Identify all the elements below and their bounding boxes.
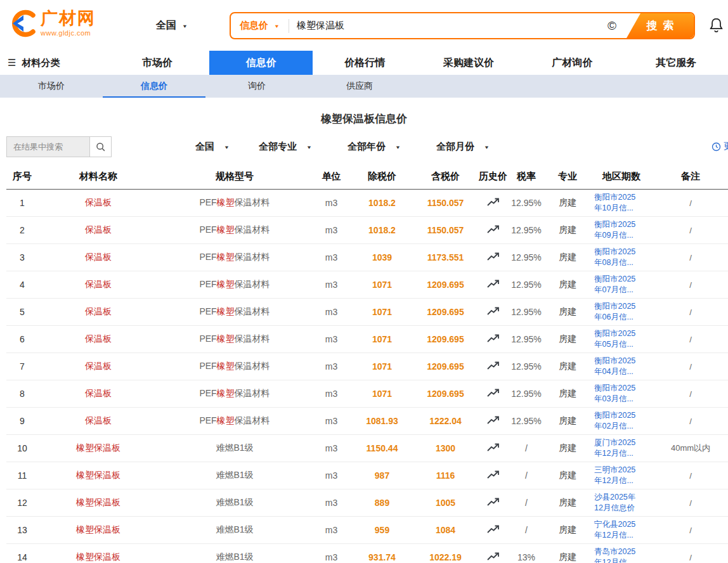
region-period-link[interactable]: 青岛市2025年12月信...	[590, 547, 653, 563]
region-period-link[interactable]: 衡阳市2025年09月信...	[590, 219, 653, 241]
trend-up-icon	[487, 280, 500, 288]
region-period-link[interactable]: 沙县2025年12月信息价	[590, 492, 653, 514]
history-price-button[interactable]	[479, 280, 507, 290]
material-name-link[interactable]: 保温板	[38, 252, 159, 263]
site-logo[interactable]: 广材网 www.gldjc.com	[6, 9, 96, 38]
history-price-button[interactable]	[479, 198, 507, 208]
search-category-label: 信息价	[240, 20, 268, 32]
sub-nav: 市场价 信息价 询价 供应商	[0, 75, 728, 98]
region-period-link[interactable]: 衡阳市2025年04月信...	[590, 356, 653, 377]
region-period-link[interactable]: 厦门市2025年12月信...	[590, 437, 653, 459]
material-name-link[interactable]: 橡塑保温板	[38, 443, 159, 454]
price-inctax-cell: 1209.695	[412, 361, 479, 372]
material-category-menu[interactable]: ☰ 材料分类	[0, 51, 105, 75]
region-period-link[interactable]: 衡阳市2025年03月信...	[590, 383, 653, 404]
major-cell: 房建	[545, 197, 590, 209]
nav-item-purchase-suggestion[interactable]: 采购建议价	[417, 51, 521, 75]
brand-name: 广材网	[41, 10, 96, 27]
trend-up-icon	[487, 498, 500, 506]
region-period-link[interactable]: 三明市2025年12月信...	[590, 465, 653, 486]
nav-item-gc-inquiry[interactable]: 广材询价	[521, 51, 625, 75]
price-inctax-cell: 1150.057	[412, 198, 479, 208]
region-period-link[interactable]: 衡阳市2025年02月信...	[590, 410, 653, 432]
table-row: 10 橡塑保温板 难燃B1级 m3 1150.44 1300 / 房建 厦门市2…	[6, 435, 728, 462]
col-spec: 规格型号	[159, 171, 311, 183]
material-name-link[interactable]: 保温板	[38, 333, 159, 345]
nav-item-info-price[interactable]: 信息价	[209, 51, 313, 75]
price-table: 序号 材料名称 规格型号 单位 除税价 含税价 历史价 税率 专业 地区期数 备…	[0, 164, 728, 563]
table-body: 1 保温板 PEF橡塑保温材料 m3 1018.2 1150.057 12.95…	[6, 190, 728, 563]
material-name-link[interactable]: 保温板	[38, 306, 159, 318]
filter-year-dropdown[interactable]: 全部年份 ▼	[348, 141, 401, 153]
material-name-link[interactable]: 橡塑保温板	[38, 470, 159, 481]
search-input[interactable]	[289, 20, 608, 31]
history-price-button[interactable]	[479, 443, 507, 453]
filter-month-dropdown[interactable]: 全部月份 ▼	[436, 141, 490, 153]
material-name-link[interactable]: 保温板	[38, 279, 159, 290]
history-price-button[interactable]	[479, 334, 507, 344]
nav-item-market-price[interactable]: 市场价	[105, 51, 209, 75]
history-price-button[interactable]	[479, 498, 507, 508]
region-period-link[interactable]: 衡阳市2025年07月信...	[590, 274, 653, 295]
search-bar: 信息价 ▼ © 搜索	[230, 12, 695, 39]
price-extax-cell: 1071	[352, 280, 412, 290]
subtab-info-price[interactable]: 信息价	[103, 75, 205, 98]
subtab-supplier[interactable]: 供应商	[308, 75, 411, 98]
price-inctax-cell: 1150.057	[412, 225, 479, 235]
region-period-link[interactable]: 衡阳市2025年06月信...	[590, 301, 653, 323]
material-name-link[interactable]: 保温板	[38, 224, 159, 236]
material-name-link[interactable]: 橡塑保温板	[38, 497, 159, 508]
row-index: 10	[6, 443, 38, 453]
material-name-link[interactable]: 保温板	[38, 197, 159, 209]
material-name-link[interactable]: 橡塑保温板	[38, 552, 159, 563]
col-unit: 单位	[311, 171, 352, 183]
price-inctax-cell: 1300	[412, 443, 479, 453]
history-price-button[interactable]	[479, 225, 507, 235]
material-name-link[interactable]: 保温板	[38, 415, 159, 427]
row-index: 3	[6, 252, 38, 262]
filter-region-dropdown[interactable]: 全国 ▼	[195, 141, 230, 153]
remark-cell: /	[653, 253, 728, 262]
subtab-market-price[interactable]: 市场价	[0, 75, 103, 98]
col-tax-rate: 税率	[507, 171, 545, 183]
search-category-dropdown[interactable]: 信息价 ▼	[231, 20, 289, 32]
region-period-link[interactable]: 衡阳市2025年08月信...	[590, 247, 653, 268]
region-period-link[interactable]: 衡阳市2025年05月信...	[590, 328, 653, 350]
material-name-link[interactable]: 橡塑保温板	[38, 524, 159, 536]
history-price-button[interactable]	[479, 361, 507, 372]
copyright-icon[interactable]: ©	[608, 20, 616, 32]
price-extax-cell: 1071	[352, 307, 412, 317]
clock-icon	[712, 142, 721, 152]
subtab-inquiry[interactable]: 询价	[205, 75, 308, 98]
history-price-button[interactable]	[479, 470, 507, 481]
trend-up-icon	[487, 307, 500, 315]
result-search-button[interactable]	[89, 137, 111, 157]
main-nav: ☰ 材料分类 市场价 信息价 价格行情 采购建议价 广材询价 其它服务	[0, 51, 728, 75]
region-period-link[interactable]: 衡阳市2025年10月信...	[590, 192, 653, 214]
history-price-button[interactable]	[479, 525, 507, 535]
price-extax-cell: 1018.2	[352, 198, 412, 208]
unit-cell: m3	[311, 416, 352, 426]
result-search-input[interactable]	[7, 137, 89, 157]
notification-bell-icon[interactable]	[709, 17, 724, 35]
search-button[interactable]: 搜索	[627, 13, 694, 38]
history-price-button[interactable]	[479, 552, 507, 562]
material-name-link[interactable]: 保温板	[38, 388, 159, 399]
nav-item-other-services[interactable]: 其它服务	[624, 51, 728, 75]
history-price-button[interactable]	[479, 416, 507, 426]
filter-major-dropdown[interactable]: 全部专业 ▼	[259, 141, 312, 153]
page-title: 橡塑保温板信息价	[0, 112, 728, 126]
history-price-button[interactable]	[479, 252, 507, 262]
material-name-link[interactable]: 保温板	[38, 361, 159, 372]
region-period-link[interactable]: 宁化县2025年12月信...	[590, 519, 653, 541]
price-extax-cell: 959	[352, 525, 412, 535]
nav-item-price-trend[interactable]: 价格行情	[313, 51, 417, 75]
col-remark: 备注	[653, 171, 728, 183]
col-region-period: 地区期数	[590, 171, 653, 183]
region-selector[interactable]: 全国 ▼	[156, 19, 188, 32]
col-price-extax: 除税价	[352, 171, 412, 183]
history-price-button[interactable]	[479, 307, 507, 317]
tax-rate-cell: 12.95%	[507, 416, 545, 426]
update-time-link[interactable]: 更	[712, 141, 728, 152]
history-price-button[interactable]	[479, 389, 507, 399]
